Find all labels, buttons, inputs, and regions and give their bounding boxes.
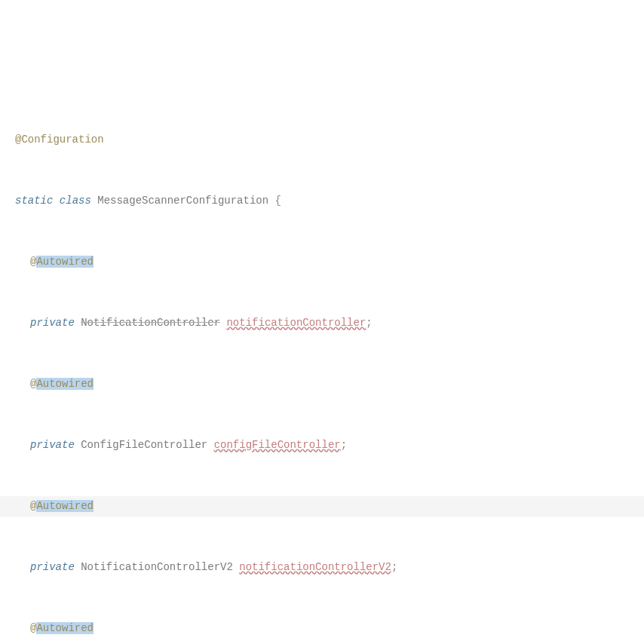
code-line[interactable]: private NotificationController notificat… [0,313,644,333]
code-editor[interactable]: @Configuration static class MessageScann… [0,81,644,644]
code-line[interactable]: private NotificationControllerV2 notific… [0,557,644,578]
code-line[interactable]: @Autowired [0,252,644,272]
keyword-private: private [30,317,75,329]
annotation-autowired: Autowired [36,256,94,268]
keyword-class: class [60,195,91,207]
brace: { [268,195,281,207]
type: NotificationControllerV2 [81,561,233,573]
annotation-autowired: Autowired [36,500,94,512]
code-line[interactable]: private ConfigFileController configFileC… [0,435,644,455]
code-line-highlighted[interactable]: @Autowired [0,496,644,517]
code-line[interactable]: @Autowired [0,618,644,639]
type: NotificationController [81,317,220,329]
code-line[interactable]: static class MessageScannerConfiguration… [0,191,644,211]
class-name: MessageScannerConfiguration [97,195,268,207]
keyword-static: static [15,195,53,207]
annotation: @Configuration [15,133,104,146]
type: ConfigFileController [81,439,207,451]
annotation-autowired: Autowired [36,378,94,390]
code-line[interactable]: @Configuration [0,130,644,150]
annotation-autowired: Autowired [36,622,94,634]
field: notificationController [226,317,366,329]
field: notificationControllerV2 [239,561,391,573]
code-line[interactable]: @Autowired [0,374,644,394]
field: configFileController [214,439,341,451]
